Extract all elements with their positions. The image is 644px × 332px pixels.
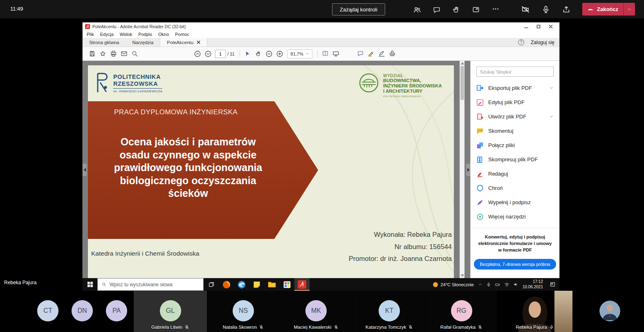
- participant-tile[interactable]: MK Maciej Kawalerski: [280, 291, 352, 332]
- stamp-tool-icon[interactable]: [387, 49, 398, 59]
- chat-icon[interactable]: [433, 6, 441, 14]
- task-view-icon[interactable]: [204, 278, 219, 291]
- tool-combine-files[interactable]: Połącz pliki: [471, 138, 559, 152]
- university-logo: POLITECHNIKA RZESZOWSKA im. IGNACEGO ŁUK…: [94, 71, 162, 93]
- comment-tool-icon[interactable]: [355, 49, 366, 59]
- edge-icon[interactable]: [234, 278, 249, 291]
- zoom-in-icon[interactable]: [274, 49, 285, 59]
- raise-hand-icon[interactable]: [452, 6, 460, 14]
- more-options-icon[interactable]: [491, 5, 500, 15]
- sign-in-link[interactable]: Zaloguj się: [531, 40, 554, 45]
- help-icon[interactable]: ?: [518, 39, 524, 45]
- mic-icon[interactable]: [541, 5, 550, 14]
- search-icon[interactable]: [129, 49, 140, 59]
- save-icon[interactable]: [87, 49, 97, 59]
- pop-out-icon[interactable]: [472, 6, 480, 14]
- camera-off-icon[interactable]: [521, 5, 530, 14]
- participant-tile[interactable]: RG Rafał Gramatyka: [426, 291, 497, 332]
- scrollbar-thumb[interactable]: [460, 66, 464, 100]
- menu-widok[interactable]: Widok: [120, 32, 132, 37]
- select-tool-icon[interactable]: [242, 49, 253, 59]
- menu-plik[interactable]: Plik: [87, 32, 94, 37]
- highlight-tool-icon[interactable]: [366, 49, 377, 59]
- volume-icon[interactable]: [513, 282, 518, 287]
- sign-tool-icon[interactable]: [377, 49, 387, 59]
- vertical-scrollbar[interactable]: [460, 61, 464, 278]
- share-screen-icon[interactable]: [562, 5, 571, 14]
- close-button[interactable]: [545, 22, 557, 31]
- tool-export-pdf[interactable]: Eksportuj plik PDF: [471, 81, 559, 95]
- end-options-chevron-icon[interactable]: [624, 7, 635, 12]
- taskbar-clock[interactable]: 17:12 10.06.2021: [523, 279, 543, 290]
- menu-pomoc[interactable]: Pomoc: [175, 32, 189, 37]
- scroll-up-arrow[interactable]: [461, 62, 464, 65]
- sticky-notes-icon[interactable]: [249, 278, 264, 291]
- tools-sidebar: Eksportuj plik PDF Edytuj plik PDF Utwór…: [470, 61, 559, 278]
- menu-podpis[interactable]: Podpis: [138, 32, 152, 37]
- tray-chevron-icon[interactable]: [478, 282, 482, 287]
- tray-mic-icon[interactable]: [486, 282, 491, 287]
- menu-edycja[interactable]: Edycja: [100, 32, 114, 37]
- tool-compress-pdf[interactable]: Skompresuj plik PDF: [471, 152, 559, 167]
- acrobat-taskbar-icon[interactable]: [294, 278, 310, 291]
- page-number-input[interactable]: [215, 50, 226, 58]
- taskbar-search-input[interactable]: [110, 282, 200, 287]
- tool-redact[interactable]: Redaguj: [471, 167, 559, 181]
- page-display-icon[interactable]: [320, 49, 331, 59]
- tab-document[interactable]: PoleAkcentu: [160, 38, 207, 47]
- next-page-icon[interactable]: [203, 49, 213, 59]
- action-center-icon[interactable]: [547, 278, 558, 291]
- file-explorer-icon[interactable]: [264, 278, 279, 291]
- zoom-out-icon[interactable]: [264, 49, 274, 59]
- export-pdf-icon: [476, 85, 484, 92]
- trial-button[interactable]: Bezpłatna, 7-dniowa wersja próbna: [474, 259, 556, 270]
- tool-fill-sign[interactable]: Wypełnij i podpisz: [471, 195, 559, 209]
- tool-edit-pdf[interactable]: Edytuj plik PDF: [471, 95, 559, 109]
- read-mode-icon[interactable]: [331, 49, 341, 59]
- office-app-icon[interactable]: [279, 278, 294, 291]
- sun-icon: [433, 282, 438, 287]
- tab-close-icon[interactable]: [197, 40, 200, 44]
- participant-tile[interactable]: CT: [31, 291, 65, 332]
- end-call-button[interactable]: Zakończ: [582, 3, 635, 16]
- chevron-down-icon[interactable]: [549, 86, 554, 90]
- tool-create-pdf[interactable]: Utwórz plik PDF: [471, 109, 559, 124]
- minimize-button[interactable]: [520, 22, 532, 31]
- left-panel-toggle[interactable]: [83, 164, 87, 176]
- print-icon[interactable]: [108, 49, 119, 59]
- previous-page-icon[interactable]: [192, 49, 203, 59]
- tools-search-input[interactable]: [480, 69, 550, 74]
- participant-tile[interactable]: NS Natalia Skowron: [207, 291, 280, 332]
- zoom-level-dropdown[interactable]: 81,7%: [287, 49, 312, 58]
- maximize-button[interactable]: [532, 22, 545, 31]
- presenter-video-tile[interactable]: Rebeka Pajura: [497, 291, 572, 332]
- email-icon[interactable]: [119, 49, 129, 59]
- taskbar-search-box[interactable]: [97, 278, 204, 291]
- firefox-icon[interactable]: [219, 278, 234, 291]
- weather-widget[interactable]: 24°C Słonecznie: [433, 282, 473, 287]
- tools-search-box[interactable]: [476, 67, 554, 77]
- faculty-logo: WYDZIAŁ BUDOWNICTWA, INŻYNIERII ŚRODOWIS…: [359, 73, 452, 98]
- tab-home[interactable]: Strona główna: [83, 38, 126, 47]
- participant-tile[interactable]: KT Katarzyna Tomczyk: [353, 291, 426, 332]
- tab-tools[interactable]: Narzędzia: [126, 38, 160, 47]
- chevron-down-icon[interactable]: [549, 114, 554, 119]
- participant-tile[interactable]: GL Gabriela Litwin: [134, 291, 207, 332]
- participant-name: Maciej Kawalerski: [294, 325, 331, 330]
- start-button[interactable]: [83, 278, 97, 291]
- tool-more-tools[interactable]: Więcej narzędzi: [471, 209, 559, 224]
- self-view-avatar[interactable]: [599, 301, 620, 321]
- participants-icon[interactable]: [413, 6, 421, 14]
- participant-tile[interactable]: DN: [65, 291, 99, 332]
- menu-okno[interactable]: Okno: [158, 32, 169, 37]
- hand-tool-icon[interactable]: [253, 49, 264, 59]
- tool-protect[interactable]: Chroń: [471, 181, 559, 195]
- request-control-button[interactable]: Zażądaj kontroli: [332, 3, 385, 16]
- right-panel-toggle[interactable]: [466, 164, 470, 176]
- battery-icon[interactable]: [495, 282, 500, 287]
- scroll-down-arrow[interactable]: [461, 274, 464, 277]
- network-icon[interactable]: [504, 282, 509, 287]
- participant-tile[interactable]: PA: [99, 291, 134, 332]
- tool-comment[interactable]: Skomentuj: [471, 124, 559, 138]
- star-icon[interactable]: [97, 49, 108, 59]
